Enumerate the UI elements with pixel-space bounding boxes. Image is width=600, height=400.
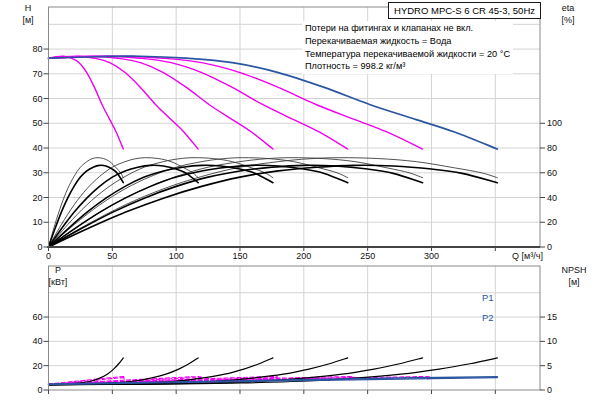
performance-chart [0, 0, 600, 400]
pump-performance-chart-screen: H [м] eta [%] HYDRO MPC-S 6 CR 45-3, 50H… [0, 0, 600, 400]
power-npsh-panel [44, 266, 546, 394]
hq-eta-panel [44, 7, 546, 251]
